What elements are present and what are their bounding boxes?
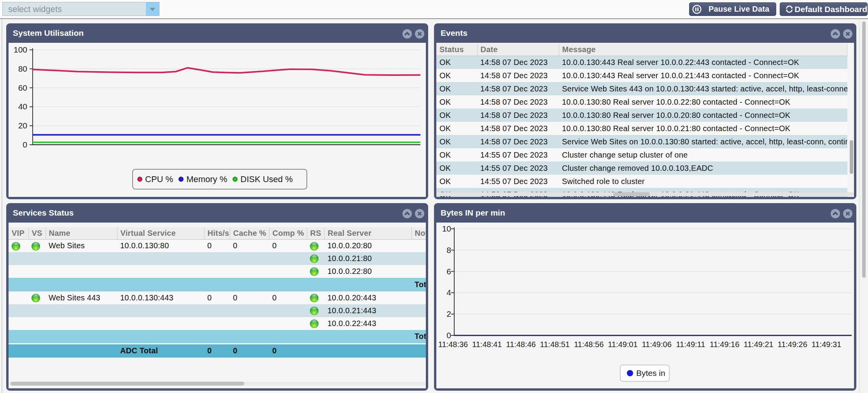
svg-text:20: 20 — [18, 121, 27, 130]
svg-text:11:48:41: 11:48:41 — [472, 340, 502, 349]
svg-text:11:49:11: 11:49:11 — [676, 340, 705, 349]
svg-text:8: 8 — [446, 246, 451, 254]
svg-text:80: 80 — [18, 64, 27, 73]
svg-text:11:48:51: 11:48:51 — [540, 340, 570, 349]
svg-text:2: 2 — [446, 309, 451, 318]
svg-text:0: 0 — [446, 331, 451, 340]
svg-text:10: 10 — [442, 224, 451, 233]
svg-text:11:48:36: 11:48:36 — [438, 340, 468, 349]
svg-text:11:49:06: 11:49:06 — [642, 340, 671, 349]
svg-text:4: 4 — [446, 288, 451, 297]
svg-text:11:48:46: 11:48:46 — [506, 340, 536, 349]
svg-text:100: 100 — [14, 45, 27, 54]
svg-text:0: 0 — [23, 140, 27, 149]
svg-text:11:49:01: 11:49:01 — [608, 340, 637, 349]
svg-text:11:48:56: 11:48:56 — [574, 340, 604, 349]
svg-text:11:49:16: 11:49:16 — [710, 340, 739, 349]
svg-text:6: 6 — [446, 267, 451, 276]
svg-text:11:49:26: 11:49:26 — [778, 340, 807, 349]
svg-text:60: 60 — [18, 83, 27, 92]
svg-text:11:49:31: 11:49:31 — [812, 340, 841, 349]
svg-text:40: 40 — [18, 102, 27, 111]
svg-text:11:49:21: 11:49:21 — [744, 340, 773, 349]
